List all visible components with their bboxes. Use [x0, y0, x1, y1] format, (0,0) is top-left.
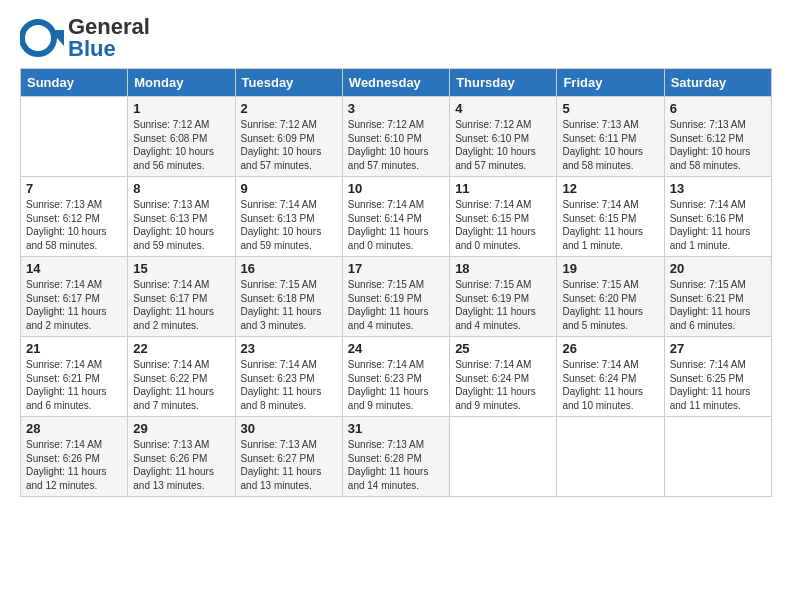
day-info: Sunrise: 7:13 AM Sunset: 6:26 PM Dayligh… — [133, 438, 229, 492]
day-info: Sunrise: 7:14 AM Sunset: 6:23 PM Dayligh… — [241, 358, 337, 412]
weekday-header-wednesday: Wednesday — [342, 69, 449, 97]
calendar-cell: 14Sunrise: 7:14 AM Sunset: 6:17 PM Dayli… — [21, 257, 128, 337]
day-info: Sunrise: 7:14 AM Sunset: 6:24 PM Dayligh… — [455, 358, 551, 412]
day-number: 27 — [670, 341, 766, 356]
day-info: Sunrise: 7:13 AM Sunset: 6:28 PM Dayligh… — [348, 438, 444, 492]
day-number: 19 — [562, 261, 658, 276]
day-number: 6 — [670, 101, 766, 116]
day-number: 17 — [348, 261, 444, 276]
calendar-cell — [664, 417, 771, 497]
day-number: 24 — [348, 341, 444, 356]
day-number: 13 — [670, 181, 766, 196]
day-info: Sunrise: 7:13 AM Sunset: 6:12 PM Dayligh… — [26, 198, 122, 252]
day-info: Sunrise: 7:13 AM Sunset: 6:11 PM Dayligh… — [562, 118, 658, 172]
calendar-cell: 3Sunrise: 7:12 AM Sunset: 6:10 PM Daylig… — [342, 97, 449, 177]
calendar-cell: 29Sunrise: 7:13 AM Sunset: 6:26 PM Dayli… — [128, 417, 235, 497]
page-header: GeneralBlue — [20, 16, 772, 60]
day-info: Sunrise: 7:12 AM Sunset: 6:10 PM Dayligh… — [348, 118, 444, 172]
day-number: 20 — [670, 261, 766, 276]
day-info: Sunrise: 7:13 AM Sunset: 6:27 PM Dayligh… — [241, 438, 337, 492]
day-number: 28 — [26, 421, 122, 436]
calendar-cell: 12Sunrise: 7:14 AM Sunset: 6:15 PM Dayli… — [557, 177, 664, 257]
calendar-cell: 1Sunrise: 7:12 AM Sunset: 6:08 PM Daylig… — [128, 97, 235, 177]
logo: GeneralBlue — [20, 16, 150, 60]
calendar-cell: 31Sunrise: 7:13 AM Sunset: 6:28 PM Dayli… — [342, 417, 449, 497]
day-number: 8 — [133, 181, 229, 196]
calendar-cell: 26Sunrise: 7:14 AM Sunset: 6:24 PM Dayli… — [557, 337, 664, 417]
day-number: 23 — [241, 341, 337, 356]
weekday-header-sunday: Sunday — [21, 69, 128, 97]
calendar-cell: 13Sunrise: 7:14 AM Sunset: 6:16 PM Dayli… — [664, 177, 771, 257]
calendar-cell: 15Sunrise: 7:14 AM Sunset: 6:17 PM Dayli… — [128, 257, 235, 337]
logo-icon — [20, 16, 64, 60]
day-info: Sunrise: 7:13 AM Sunset: 6:12 PM Dayligh… — [670, 118, 766, 172]
calendar-cell: 21Sunrise: 7:14 AM Sunset: 6:21 PM Dayli… — [21, 337, 128, 417]
weekday-header-tuesday: Tuesday — [235, 69, 342, 97]
day-info: Sunrise: 7:14 AM Sunset: 6:23 PM Dayligh… — [348, 358, 444, 412]
day-info: Sunrise: 7:13 AM Sunset: 6:13 PM Dayligh… — [133, 198, 229, 252]
day-info: Sunrise: 7:15 AM Sunset: 6:20 PM Dayligh… — [562, 278, 658, 332]
day-number: 9 — [241, 181, 337, 196]
calendar-cell — [450, 417, 557, 497]
day-number: 18 — [455, 261, 551, 276]
day-info: Sunrise: 7:14 AM Sunset: 6:17 PM Dayligh… — [133, 278, 229, 332]
calendar-cell: 10Sunrise: 7:14 AM Sunset: 6:14 PM Dayli… — [342, 177, 449, 257]
calendar-cell: 4Sunrise: 7:12 AM Sunset: 6:10 PM Daylig… — [450, 97, 557, 177]
calendar-cell — [557, 417, 664, 497]
day-number: 21 — [26, 341, 122, 356]
day-info: Sunrise: 7:15 AM Sunset: 6:19 PM Dayligh… — [348, 278, 444, 332]
day-number: 26 — [562, 341, 658, 356]
calendar-table: SundayMondayTuesdayWednesdayThursdayFrid… — [20, 68, 772, 497]
day-info: Sunrise: 7:14 AM Sunset: 6:15 PM Dayligh… — [562, 198, 658, 252]
day-number: 25 — [455, 341, 551, 356]
calendar-cell: 5Sunrise: 7:13 AM Sunset: 6:11 PM Daylig… — [557, 97, 664, 177]
day-info: Sunrise: 7:12 AM Sunset: 6:09 PM Dayligh… — [241, 118, 337, 172]
calendar-cell: 17Sunrise: 7:15 AM Sunset: 6:19 PM Dayli… — [342, 257, 449, 337]
calendar-cell: 28Sunrise: 7:14 AM Sunset: 6:26 PM Dayli… — [21, 417, 128, 497]
day-number: 22 — [133, 341, 229, 356]
day-info: Sunrise: 7:14 AM Sunset: 6:22 PM Dayligh… — [133, 358, 229, 412]
calendar-cell: 23Sunrise: 7:14 AM Sunset: 6:23 PM Dayli… — [235, 337, 342, 417]
day-number: 14 — [26, 261, 122, 276]
day-number: 5 — [562, 101, 658, 116]
calendar-cell: 20Sunrise: 7:15 AM Sunset: 6:21 PM Dayli… — [664, 257, 771, 337]
day-number: 29 — [133, 421, 229, 436]
calendar-cell: 11Sunrise: 7:14 AM Sunset: 6:15 PM Dayli… — [450, 177, 557, 257]
logo-text: GeneralBlue — [68, 16, 150, 60]
day-info: Sunrise: 7:15 AM Sunset: 6:19 PM Dayligh… — [455, 278, 551, 332]
day-info: Sunrise: 7:15 AM Sunset: 6:18 PM Dayligh… — [241, 278, 337, 332]
day-number: 7 — [26, 181, 122, 196]
day-info: Sunrise: 7:12 AM Sunset: 6:08 PM Dayligh… — [133, 118, 229, 172]
calendar-cell: 24Sunrise: 7:14 AM Sunset: 6:23 PM Dayli… — [342, 337, 449, 417]
day-number: 30 — [241, 421, 337, 436]
calendar-cell: 18Sunrise: 7:15 AM Sunset: 6:19 PM Dayli… — [450, 257, 557, 337]
day-info: Sunrise: 7:14 AM Sunset: 6:15 PM Dayligh… — [455, 198, 551, 252]
day-number: 3 — [348, 101, 444, 116]
day-info: Sunrise: 7:15 AM Sunset: 6:21 PM Dayligh… — [670, 278, 766, 332]
day-info: Sunrise: 7:14 AM Sunset: 6:24 PM Dayligh… — [562, 358, 658, 412]
day-info: Sunrise: 7:12 AM Sunset: 6:10 PM Dayligh… — [455, 118, 551, 172]
calendar-cell: 27Sunrise: 7:14 AM Sunset: 6:25 PM Dayli… — [664, 337, 771, 417]
calendar-cell — [21, 97, 128, 177]
calendar-cell: 9Sunrise: 7:14 AM Sunset: 6:13 PM Daylig… — [235, 177, 342, 257]
day-number: 2 — [241, 101, 337, 116]
day-number: 16 — [241, 261, 337, 276]
calendar-cell: 2Sunrise: 7:12 AM Sunset: 6:09 PM Daylig… — [235, 97, 342, 177]
calendar-cell: 30Sunrise: 7:13 AM Sunset: 6:27 PM Dayli… — [235, 417, 342, 497]
day-number: 12 — [562, 181, 658, 196]
calendar-cell: 25Sunrise: 7:14 AM Sunset: 6:24 PM Dayli… — [450, 337, 557, 417]
calendar-cell: 19Sunrise: 7:15 AM Sunset: 6:20 PM Dayli… — [557, 257, 664, 337]
day-info: Sunrise: 7:14 AM Sunset: 6:25 PM Dayligh… — [670, 358, 766, 412]
day-info: Sunrise: 7:14 AM Sunset: 6:13 PM Dayligh… — [241, 198, 337, 252]
calendar-cell: 22Sunrise: 7:14 AM Sunset: 6:22 PM Dayli… — [128, 337, 235, 417]
weekday-header-thursday: Thursday — [450, 69, 557, 97]
day-info: Sunrise: 7:14 AM Sunset: 6:14 PM Dayligh… — [348, 198, 444, 252]
day-number: 10 — [348, 181, 444, 196]
day-number: 11 — [455, 181, 551, 196]
svg-point-0 — [22, 22, 54, 54]
day-number: 1 — [133, 101, 229, 116]
calendar-cell: 6Sunrise: 7:13 AM Sunset: 6:12 PM Daylig… — [664, 97, 771, 177]
day-number: 15 — [133, 261, 229, 276]
day-number: 4 — [455, 101, 551, 116]
day-info: Sunrise: 7:14 AM Sunset: 6:26 PM Dayligh… — [26, 438, 122, 492]
